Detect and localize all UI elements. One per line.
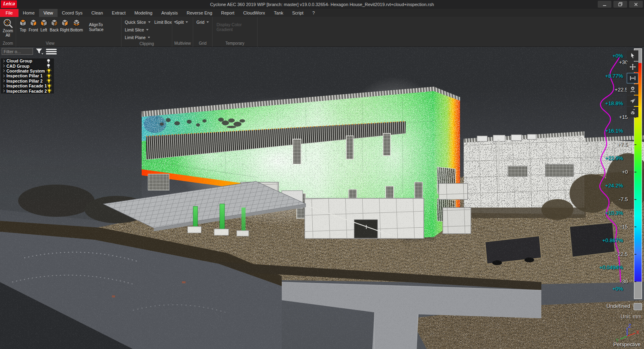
fit-range-icon xyxy=(629,75,636,82)
group-label-temporary: Temporary xyxy=(213,41,257,47)
point-cloud-speckle-dark xyxy=(0,47,644,349)
viewport-3d[interactable] xyxy=(0,0,644,349)
menu-reverse-eng[interactable]: Reverse Eng xyxy=(182,9,217,17)
tree-item-inspection-pillar-1[interactable]: Inspection Pillar 1 xyxy=(1,73,54,78)
split-button[interactable]: Split xyxy=(175,18,192,26)
limit-plane-button[interactable]: Limit Plane xyxy=(125,33,155,41)
menu-clean[interactable]: Clean xyxy=(87,9,107,17)
menu-home[interactable]: Home xyxy=(19,9,39,17)
group-label-grid: Grid xyxy=(193,41,212,47)
eraser-button[interactable] xyxy=(627,107,638,117)
group-label-multiview: Multiview xyxy=(172,41,193,47)
visibility-bulb-off-icon[interactable] xyxy=(46,58,51,64)
visibility-bulb-off-icon[interactable] xyxy=(46,63,51,69)
expand-chevron-icon[interactable] xyxy=(2,69,5,72)
pan-button[interactable] xyxy=(627,62,638,72)
visibility-bulb-on-icon[interactable] xyxy=(46,73,52,79)
ribbon-group-temporary: Display Color Gradient Temporary xyxy=(213,17,258,47)
tree-item-cloud-group[interactable]: Cloud Group xyxy=(1,58,54,63)
tree-item-cad-group[interactable]: CAD Group xyxy=(1,63,54,68)
restore-icon xyxy=(618,2,623,6)
visibility-bulb-on-icon[interactable] xyxy=(47,88,52,93)
expand-chevron-icon[interactable] xyxy=(2,60,5,62)
view-right-button[interactable]: Right xyxy=(60,18,70,41)
view-back-button[interactable]: Back xyxy=(49,18,60,41)
visibility-bulb-on-icon[interactable] xyxy=(46,68,52,73)
ribbon-group-clipping: Quick Slice Limit Slice Limit Plane Limi… xyxy=(122,17,172,47)
pan-icon xyxy=(629,63,636,71)
menu-coord-sys[interactable]: Coord Sys xyxy=(58,9,87,17)
menu-analysis[interactable]: Analysis xyxy=(157,9,182,17)
window-title: Cyclone AEC 360 2019 WIP [branch: master… xyxy=(0,0,644,9)
menu-report[interactable]: Report xyxy=(217,9,239,17)
minimize-button[interactable] xyxy=(598,1,611,8)
view-front-label: Front xyxy=(29,28,38,32)
ribbon-group-view: Top Front Left Back Right xyxy=(16,17,122,47)
fit-range-button[interactable] xyxy=(627,73,638,83)
menu-bar: File Home View Coord Sys Clean Extract M… xyxy=(0,9,644,17)
dropdown-chevron-icon xyxy=(146,29,149,31)
cube-top-icon xyxy=(19,18,27,27)
quick-slice-button[interactable]: Quick Slice xyxy=(125,18,155,26)
restore-button[interactable] xyxy=(613,1,627,8)
menu-modeling[interactable]: Modeling xyxy=(130,9,157,17)
menu-extract[interactable]: Extract xyxy=(107,9,130,17)
filter-input[interactable] xyxy=(2,48,33,55)
view-front-button[interactable]: Front xyxy=(28,18,39,41)
paper-plane-icon xyxy=(629,97,636,104)
view-left-button[interactable]: Left xyxy=(39,18,49,41)
dropdown-chevron-icon xyxy=(148,37,150,38)
expand-chevron-icon[interactable] xyxy=(2,75,5,77)
tree-item-inspection-pillar-2[interactable]: Inspection Pillar 2 xyxy=(1,79,54,83)
group-label-view: View xyxy=(16,41,84,47)
close-button[interactable] xyxy=(629,1,643,8)
visibility-bulb-on-icon[interactable] xyxy=(47,83,52,89)
ribbon-spacer xyxy=(258,17,644,47)
zoom-all-button[interactable]: Zoom All xyxy=(0,18,16,41)
tree-menu-button[interactable] xyxy=(46,48,57,55)
ribbon-group-zoom: Zoom All Zoom xyxy=(0,17,16,47)
expand-chevron-icon[interactable] xyxy=(2,89,5,92)
limit-slice-button[interactable]: Limit Slice xyxy=(125,26,155,33)
view-bottom-button[interactable]: Bottom xyxy=(70,18,83,41)
cursor-icon xyxy=(629,52,636,59)
expand-chevron-icon[interactable] xyxy=(2,85,5,87)
avatar-icon xyxy=(629,86,636,93)
group-label-zoom: Zoom xyxy=(0,41,16,47)
avatar-view-button[interactable] xyxy=(627,84,638,95)
alignto-surface-button[interactable]: AlignTo Surface xyxy=(89,22,116,32)
grid-button[interactable]: Grid xyxy=(196,18,213,26)
menu-script[interactable]: Script xyxy=(288,9,308,17)
zoom-all-icon xyxy=(3,18,13,29)
ribbon-group-grid: Grid Grid xyxy=(193,17,213,47)
ribbon: Zoom All Zoom Top Front Left xyxy=(0,17,644,47)
select-cursor-button[interactable] xyxy=(627,50,638,61)
filter-funnel-button[interactable] xyxy=(35,48,44,55)
menu-help[interactable]: ? xyxy=(308,9,319,17)
leica-logo: Leica xyxy=(1,0,17,8)
zoom-all-label: Zoom All xyxy=(2,29,14,37)
fly-button[interactable] xyxy=(627,96,638,106)
display-color-gradient-button[interactable]: Display Color Gradient xyxy=(217,22,253,32)
cube-bottom-icon xyxy=(72,18,81,27)
expand-chevron-icon[interactable] xyxy=(2,79,5,82)
tree-item-coordinate-system[interactable]: Coordinate System xyxy=(1,69,54,73)
ribbon-group-multiview: Split Multiview xyxy=(172,17,193,47)
menu-cloudworx[interactable]: CloudWorx xyxy=(239,9,269,17)
leica-logo-text: Leica xyxy=(3,1,15,6)
menu-tank[interactable]: Tank xyxy=(270,9,288,17)
view-left-label: Left xyxy=(40,28,47,32)
tree-item-inspection-facade-1[interactable]: Inspection Facade 1 xyxy=(1,83,54,88)
view-top-button[interactable]: Top xyxy=(18,18,28,41)
menu-file[interactable]: File xyxy=(0,9,19,17)
menu-view[interactable]: View xyxy=(39,9,58,17)
expand-chevron-icon[interactable] xyxy=(2,64,5,67)
tree-item-inspection-facade-2[interactable]: Inspection Facade 2 xyxy=(1,88,54,93)
application-window: Leica Cyclone AEC 360 2019 WIP [branch: … xyxy=(0,0,644,349)
view-back-label: Back xyxy=(50,28,59,32)
hamburger-icon xyxy=(46,48,57,55)
undefined-color-swatch[interactable] xyxy=(634,303,642,310)
title-bar[interactable]: Leica Cyclone AEC 360 2019 WIP [branch: … xyxy=(0,0,644,9)
visibility-bulb-on-icon[interactable] xyxy=(46,78,52,83)
funnel-icon xyxy=(35,48,44,55)
